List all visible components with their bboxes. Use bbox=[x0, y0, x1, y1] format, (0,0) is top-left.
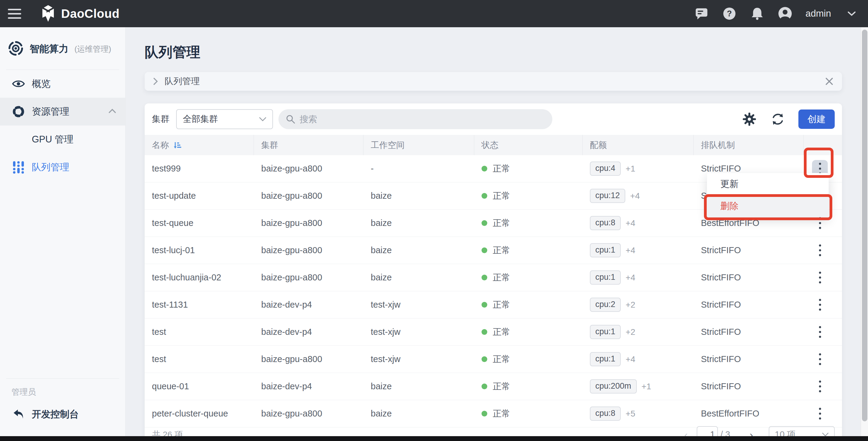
cell-mechanism: BestEffortFIFO bbox=[694, 409, 804, 419]
table-row[interactable]: queue-01baize-dev-p4baize正常cpu:200m+1Str… bbox=[145, 373, 842, 400]
product-header[interactable]: 智能算力 (运维管理) bbox=[0, 27, 125, 70]
help-icon[interactable]: ? bbox=[722, 6, 737, 21]
kebab-dots-icon[interactable] bbox=[812, 405, 828, 422]
cell-name: peter-cluster-queue bbox=[145, 409, 254, 419]
column-header-quota: 配额 bbox=[583, 135, 694, 155]
kebab-dots-icon[interactable] bbox=[812, 323, 828, 341]
quota-extra[interactable]: +1 bbox=[626, 164, 635, 174]
topbar: DaoCloud ? bbox=[0, 0, 868, 27]
cell-mechanism: StrictFIFO bbox=[694, 245, 804, 255]
sidebar-nav: 概览 资源管理 GPU 管理 bbox=[0, 70, 125, 181]
cell-quota: cpu:200m+1 bbox=[583, 379, 694, 394]
quota-extra[interactable]: +4 bbox=[630, 191, 640, 201]
cell-status: 正常 bbox=[474, 244, 583, 257]
menu-item-delete[interactable]: 删除 bbox=[707, 195, 829, 217]
close-icon[interactable] bbox=[825, 77, 834, 86]
avatar[interactable] bbox=[778, 6, 792, 21]
quota-extra[interactable]: +4 bbox=[626, 218, 635, 228]
cluster-select[interactable]: 全部集群 bbox=[176, 109, 273, 129]
status-text: 正常 bbox=[493, 299, 510, 311]
main-content: 队列管理 队列管理 集群 bbox=[126, 27, 868, 436]
cell-actions bbox=[804, 350, 842, 368]
cell-workspace: test-xjw bbox=[364, 354, 474, 364]
product-suffix: (运维管理) bbox=[74, 44, 111, 55]
cell-mechanism: BestEffortFIFO bbox=[694, 218, 804, 228]
resource-ring-icon bbox=[11, 105, 25, 118]
bell-icon[interactable] bbox=[750, 6, 765, 21]
chat-icon[interactable] bbox=[694, 6, 709, 21]
cell-actions bbox=[804, 269, 842, 286]
status-dot-icon bbox=[482, 275, 487, 280]
chevron-down-icon[interactable] bbox=[844, 6, 859, 21]
page-scrollbar bbox=[861, 27, 868, 436]
quota-extra[interactable]: +2 bbox=[626, 327, 635, 337]
search-box bbox=[278, 109, 552, 129]
cell-workspace: baize bbox=[364, 273, 474, 282]
status-text: 正常 bbox=[493, 217, 510, 229]
username[interactable]: admin bbox=[806, 8, 831, 19]
cell-quota: cpu:8+5 bbox=[583, 407, 694, 421]
breadcrumb[interactable]: 队列管理 bbox=[165, 75, 200, 88]
table-row[interactable]: testbaize-dev-p4test-xjw正常cpu:1+2StrictF… bbox=[145, 318, 842, 346]
cell-workspace: baize bbox=[364, 245, 474, 255]
quota-chip: cpu:1 bbox=[590, 352, 621, 366]
quota-extra[interactable]: +2 bbox=[626, 300, 635, 310]
table-row[interactable]: test-1131baize-dev-p4test-xjw正常cpu:2+2St… bbox=[145, 291, 842, 318]
sidebar-item-overview[interactable]: 概览 bbox=[0, 70, 125, 98]
cell-quota: cpu:1+2 bbox=[583, 325, 694, 339]
quota-extra[interactable]: +4 bbox=[626, 246, 635, 255]
search-input[interactable] bbox=[300, 114, 545, 124]
scrollbar-thumb[interactable] bbox=[862, 30, 867, 421]
kebab-dots-icon[interactable] bbox=[812, 378, 828, 395]
kebab-dots-icon[interactable] bbox=[812, 242, 828, 259]
sidebar-item-queue-management[interactable]: 队列管理 bbox=[0, 154, 125, 181]
quota-extra[interactable]: +1 bbox=[642, 382, 651, 392]
column-header-name[interactable]: 名称 bbox=[145, 135, 254, 155]
hamburger-menu-icon[interactable] bbox=[0, 0, 29, 27]
cell-mechanism: StrictFIFO bbox=[694, 300, 804, 310]
cell-quota: cpu:4+1 bbox=[583, 162, 694, 176]
gear-icon[interactable] bbox=[742, 111, 757, 127]
kebab-dots-icon[interactable] bbox=[812, 350, 828, 368]
cell-quota: cpu:1+4 bbox=[583, 270, 694, 284]
quota-extra[interactable]: +4 bbox=[626, 354, 635, 364]
sidebar-item-gpu-management[interactable]: GPU 管理 bbox=[0, 126, 125, 154]
cluster-filter-label: 集群 bbox=[152, 113, 169, 125]
brand[interactable]: DaoCloud bbox=[40, 5, 120, 22]
cell-status: 正常 bbox=[474, 299, 583, 311]
chevron-right-icon bbox=[153, 77, 158, 85]
refresh-icon[interactable] bbox=[770, 111, 786, 127]
cell-cluster: baize-dev-p4 bbox=[254, 381, 364, 392]
cell-cluster: baize-gpu-a800 bbox=[254, 245, 364, 255]
cell-cluster: baize-gpu-a800 bbox=[254, 191, 364, 201]
table-row[interactable]: test-lucj-01baize-gpu-a800baize正常cpu:1+4… bbox=[145, 237, 842, 264]
cell-cluster: baize-gpu-a800 bbox=[254, 409, 364, 419]
table-row[interactable]: test-luchuanjia-02baize-gpu-a800baize正常c… bbox=[145, 264, 842, 291]
quota-chip: cpu:8 bbox=[590, 407, 621, 421]
kebab-dots-icon[interactable] bbox=[812, 269, 828, 286]
product-icon bbox=[8, 40, 24, 58]
sort-icon[interactable] bbox=[173, 141, 182, 149]
cell-status: 正常 bbox=[474, 217, 583, 229]
create-button[interactable]: 创建 bbox=[798, 109, 835, 129]
status-dot-icon bbox=[482, 166, 487, 171]
cell-cluster: baize-dev-p4 bbox=[254, 327, 364, 337]
cell-workspace: test-xjw bbox=[364, 300, 474, 310]
column-header-actions bbox=[804, 135, 842, 155]
table-row[interactable]: peter-cluster-queuebaize-gpu-a800baize正常… bbox=[145, 400, 842, 428]
chevron-up-icon bbox=[108, 109, 116, 115]
column-header-status: 状态 bbox=[474, 135, 583, 155]
topbar-actions: ? admin bbox=[694, 6, 868, 21]
quota-extra[interactable]: +5 bbox=[626, 409, 635, 419]
brand-name: DaoCloud bbox=[61, 7, 120, 21]
cell-mechanism: StrictFIFO bbox=[694, 381, 804, 392]
status-dot-icon bbox=[482, 193, 487, 199]
menu-item-update[interactable]: 更新 bbox=[707, 173, 829, 195]
quota-extra[interactable]: +4 bbox=[626, 273, 635, 282]
kebab-dots-icon[interactable] bbox=[812, 296, 828, 314]
sidebar-item-resource-management[interactable]: 资源管理 bbox=[0, 98, 125, 126]
cell-quota: cpu:12+4 bbox=[583, 189, 694, 203]
sidebar-item-dev-console[interactable]: 开发控制台 bbox=[0, 401, 125, 428]
cell-status: 正常 bbox=[474, 380, 583, 393]
table-row[interactable]: testbaize-gpu-a800test-xjw正常cpu:1+4Stric… bbox=[145, 346, 842, 373]
